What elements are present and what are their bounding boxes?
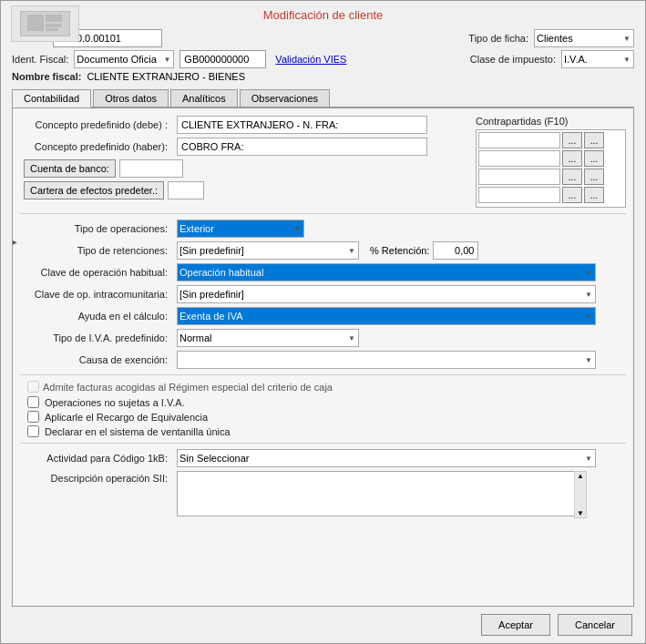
row-actividad: Actividad para Código 1kB: Sin Seleccion… [20,449,626,467]
admite-checkbox[interactable] [27,381,39,393]
dialog-title-row: Modificación de cliente [1,1,645,26]
contrapart-btn2-2[interactable]: ... [584,150,604,167]
contrapart-btn2-4[interactable]: ... [584,187,604,203]
main-panel: ▶ Concepto predefinido (debe) : Concepto… [12,107,634,607]
header-row-nombre: Nombre fiscal: CLIENTE EXTRANJERO - BIEN… [12,71,634,82]
concepto-haber-input[interactable] [177,138,427,156]
arrow-left-indicator: ▶ [12,234,17,249]
cartera-btn[interactable]: Cartera de efectos predeter.: [24,181,164,199]
contrapartidas-box: ... ... ... ... ... ... [476,129,626,208]
clave-op-habitual-label: Clave de operación habitual: [20,267,173,278]
tab-contabilidad[interactable]: Contabilidad [12,89,91,107]
clase-impuesto-select[interactable]: I.V.A. [561,50,634,68]
ayuda-calculo-select[interactable]: Exenta de IVA [177,307,596,325]
two-col-layout: Concepto predefinido (debe) : Concepto p… [20,116,626,208]
actividad-wrapper: Sin Seleccionar [177,449,596,467]
ident-fiscal-label: Ident. Fiscal: [12,54,68,65]
contrapart-row-2: ... ... [478,150,623,167]
nombre-fiscal-value: CLIENTE EXTRANJERO - BIENES [87,71,245,82]
svg-rect-3 [46,28,58,31]
tipo-ficha-label: Tipo de ficha: [468,33,528,44]
row-tipo-retenciones: Tipo de retenciones: [Sin predefinir] % … [20,241,626,260]
scrollbar-down[interactable]: ▼ [577,509,584,517]
tipo-iva-select[interactable]: Normal [177,329,359,347]
tipo-iva-label: Tipo de I.V.A. predefinido: [20,332,173,343]
row-ayuda-calculo: Ayuda en el cálculo: Exenta de IVA [20,307,626,325]
cartera-input[interactable] [168,181,204,199]
clave-op-intra-select[interactable]: [Sin predefinir] [177,285,596,303]
clase-impuesto-wrapper: I.V.A. [561,50,634,68]
actividad-select[interactable]: Sin Seleccionar [177,449,596,467]
clave-op-habitual-wrapper: Operación habitual [177,263,596,281]
causa-exencion-label: Causa de exención: [20,354,173,365]
row-clave-op-intra: Clave de op. intracomunitaria: [Sin pred… [20,285,626,303]
contrapart-btn1-2[interactable]: ... [562,150,582,167]
tab-analiticos[interactable]: Analíticos [170,89,238,107]
tipo-ficha-wrapper: Clientes [534,29,634,47]
check-operaciones-label: Operaciones no sujetas a I.V.A. [45,397,185,408]
contrapart-input-4[interactable] [478,187,560,203]
tab-otros-datos[interactable]: Otros datos [93,89,169,107]
contrapartidas-title: Contrapartidas (F10) [476,116,626,127]
contrapart-btn1-1[interactable]: ... [562,132,582,148]
cuenta-banco-btn[interactable]: Cuenta de banco: [24,159,116,178]
clave-op-intra-wrapper: [Sin predefinir] [177,285,596,303]
cuenta-banco-input[interactable] [119,159,183,178]
clave-op-habitual-select[interactable]: Operación habitual [177,263,596,281]
row-check-recargo: Aplicarle el Recargo de Equivalencia [27,411,626,423]
tipo-retenciones-wrapper: [Sin predefinir] [177,241,359,260]
contrapart-row-4: ... ... [478,187,623,203]
check-operaciones-no-sujetas[interactable] [27,396,39,408]
footer-buttons: Aceptar Cancelar [1,607,645,643]
concepto-haber-label: Concepto predefinido (haber): [20,141,173,152]
cancelar-button[interactable]: Cancelar [558,614,632,636]
tipo-ficha-select[interactable]: Clientes [534,29,634,47]
row-check-ventanilla: Declarar en el sistema de ventanilla úni… [27,425,626,437]
ident-tipo-select[interactable]: Documento Oficial [74,50,174,68]
tipo-retenciones-label: Tipo de retenciones: [20,245,173,256]
row-cartera: Cartera de efectos predeter.: [24,181,467,199]
row-causa-exencion: Causa de exención: [20,351,626,369]
contrapart-btn2-1[interactable]: ... [584,132,604,148]
row-banco: Cuenta de banco: [24,159,467,178]
tipo-operaciones-wrapper: Exterior [177,220,304,238]
concepto-debe-input[interactable] [177,116,427,134]
scrollbar-up[interactable]: ▲ [577,472,584,480]
ayuda-calculo-label: Ayuda en el cálculo: [20,311,173,322]
tab-observaciones[interactable]: Observaciones [240,89,330,107]
dialog-title: Modificación de cliente [263,8,384,22]
tipo-retenciones-select[interactable]: [Sin predefinir] [177,241,359,260]
contrapart-input-2[interactable] [478,150,560,167]
descripcion-sii-textarea[interactable] [177,471,587,516]
admite-label: Admite facturas acogidas al Régimen espe… [43,382,333,393]
sii-scrollbar[interactable]: ▲ ▼ [574,471,587,518]
contrapart-row-3: ... ... [478,169,623,185]
tabs-bar: Contabilidad Otros datos Analíticos Obse… [12,89,634,107]
concepto-debe-label: Concepto predefinido (debe) : [20,119,173,130]
row-clave-op-habitual: Clave de operación habitual: Operación h… [20,263,626,281]
contrapart-btn1-3[interactable]: ... [562,169,582,185]
validacion-vies-link[interactable]: Validación VIES [275,54,346,65]
causa-exencion-wrapper [177,351,596,369]
check-ventanilla-label: Declarar en el sistema de ventanilla úni… [45,426,231,437]
ident-num-input[interactable] [179,50,266,68]
contrapart-btn2-3[interactable]: ... [584,169,604,185]
row-concepto-haber: Concepto predefinido (haber): [20,138,467,156]
tipo-operaciones-select[interactable]: Exterior [177,220,304,238]
contrapart-btn1-4[interactable]: ... [562,187,582,203]
admite-facturas-row: Admite facturas acogidas al Régimen espe… [27,381,626,393]
row-descripcion-sii: Descripción operación SII: ▲ ▼ [20,471,626,518]
causa-exencion-select[interactable] [177,351,596,369]
tipo-operaciones-label: Tipo de operaciones: [20,223,173,234]
aceptar-button[interactable]: Aceptar [481,614,550,636]
ident-tipo-wrapper: Documento Oficial [74,50,174,68]
row-tipo-operaciones: Tipo de operaciones: Exterior [20,220,626,238]
retencion-pct-input[interactable] [433,241,478,260]
check-recargo[interactable] [27,411,39,423]
contrapart-input-3[interactable] [478,169,560,185]
dialog-window: Modificación de cliente Cuenta: Tipo de … [0,0,646,644]
contrapart-input-1[interactable] [478,132,560,148]
check-ventanilla[interactable] [27,425,39,437]
actividad-label: Actividad para Código 1kB: [20,453,173,464]
check-recargo-label: Aplicarle el Recargo de Equivalencia [45,412,208,423]
